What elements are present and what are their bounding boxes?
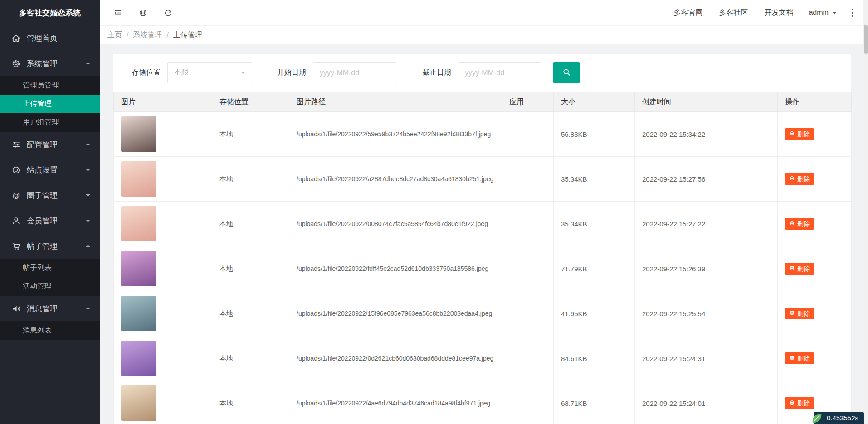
sidebar-item-posts[interactable]: 帖子管理	[0, 233, 100, 259]
cell-path: /uploads/1/file/20220922/fdff45e2cad52d6…	[289, 246, 502, 291]
chevron-up-icon	[86, 242, 90, 247]
cell-created: 2022-09-22 15:26:39	[635, 246, 778, 291]
cell-storage: 本地	[212, 336, 289, 381]
uploads-card: 存储位置 不限 开始日期 截止日期	[113, 54, 851, 424]
sidebar-item-label: 站点设置	[27, 165, 86, 175]
upload-thumbnail[interactable]	[121, 116, 156, 152]
scrollbar-thumb[interactable]	[864, 25, 868, 54]
upload-thumbnail[interactable]	[121, 341, 156, 376]
table-header-row: 图片存储位置图片路径应用大小创建时间操作	[114, 92, 852, 112]
start-date-input[interactable]	[313, 62, 396, 83]
sidebar-item-label: 系统管理	[27, 58, 86, 69]
chevron-up-icon	[86, 60, 90, 64]
delete-button-label: 删除	[797, 175, 810, 183]
delete-button[interactable]: 删除	[785, 352, 814, 364]
upload-thumbnail[interactable]	[121, 296, 156, 331]
cell-storage: 本地	[212, 157, 289, 202]
sidebar-submenu: 消息列表	[0, 321, 100, 340]
sidebar-item-uploads[interactable]: 上传管理	[0, 95, 100, 113]
filter-bar: 存储位置 不限 开始日期 截止日期	[113, 62, 851, 92]
gear-icon	[11, 59, 21, 68]
topbar-link[interactable]: 多客官网	[665, 9, 711, 16]
cell-created: 2022-09-22 15:25:54	[635, 291, 778, 336]
table-row: 本地/uploads/1/file/20220922/4ae6d794db4d3…	[114, 381, 852, 424]
cell-path: /uploads/1/file/20220922/15f96e085e7963e…	[289, 291, 502, 336]
delete-button-label: 删除	[797, 130, 810, 138]
table-row: 本地/uploads/1/file/20220922/59e59b3724b5e…	[114, 112, 852, 157]
cart-icon	[11, 241, 21, 251]
cell-storage: 本地	[212, 202, 289, 246]
cell-storage: 本地	[212, 246, 289, 291]
table-row: 本地/uploads/1/file/20220922/15f96e085e796…	[114, 291, 852, 336]
delete-button[interactable]: 删除	[785, 128, 814, 140]
sidebar-submenu: 管理员管理上传管理用户组管理	[0, 76, 100, 132]
sidebar-item-usergroups[interactable]: 用户组管理	[0, 113, 100, 132]
sidebar-item-message-list[interactable]: 消息列表	[0, 321, 100, 340]
sidebar: 多客社交婚恋系统 管理首页系统管理管理员管理上传管理用户组管理配置管理站点设置@…	[0, 0, 100, 424]
cell-size: 68.71KB	[554, 381, 635, 424]
delete-button[interactable]: 删除	[785, 308, 814, 319]
column-header: 图片路径	[289, 92, 502, 112]
timer-value: 0.453552s	[827, 414, 858, 422]
user-menu[interactable]: admin	[801, 9, 844, 17]
topbar-link[interactable]: 开发文档	[756, 9, 801, 16]
sidebar-submenu: 帖子列表活动管理	[0, 259, 100, 296]
delete-button[interactable]: 删除	[785, 397, 814, 409]
at-icon: @	[11, 191, 21, 200]
breadcrumb-item: 上传管理	[173, 30, 202, 40]
more-menu-icon[interactable]	[844, 0, 861, 25]
sidebar-item-admins[interactable]: 管理员管理	[0, 76, 100, 95]
cell-app	[502, 157, 554, 202]
storage-select[interactable]: 不限	[167, 62, 252, 83]
user-icon	[11, 216, 21, 226]
delete-button[interactable]: 删除	[785, 218, 814, 230]
page-timer-badge[interactable]: 0.453552s	[814, 412, 864, 424]
topbar: 多客官网多客社区开发文档 admin	[100, 0, 863, 25]
upload-thumbnail[interactable]	[121, 251, 156, 286]
sidebar-item-system[interactable]: 系统管理	[0, 51, 100, 76]
sidebar-item-messages[interactable]: 消息管理	[0, 296, 100, 321]
trash-icon	[789, 354, 795, 362]
breadcrumb-item: 系统管理	[133, 30, 162, 40]
sidebar-item-home[interactable]: 管理首页	[0, 25, 100, 51]
delete-button-label: 删除	[797, 309, 810, 318]
sidebar-menu: 管理首页系统管理管理员管理上传管理用户组管理配置管理站点设置@圈子管理会员管理帖…	[0, 25, 100, 340]
sidebar-item-label: 帖子管理	[27, 241, 86, 251]
chevron-up-icon	[86, 305, 90, 309]
sidebar-item-site[interactable]: 站点设置	[0, 157, 100, 183]
upload-thumbnail[interactable]	[121, 206, 156, 241]
sidebar-item-label: 管理首页	[27, 33, 90, 43]
sidebar-item-activities[interactable]: 活动管理	[0, 277, 100, 296]
sidebar-item-post-list[interactable]: 帖子列表	[0, 259, 100, 277]
cell-path: /uploads/1/file/20220922/a2887dbee8dc27a…	[289, 157, 502, 202]
breadcrumb-separator: /	[127, 31, 128, 39]
end-date-input[interactable]	[458, 62, 541, 83]
trash-icon	[789, 175, 795, 183]
delete-button[interactable]: 删除	[785, 173, 814, 185]
trash-icon	[789, 130, 795, 138]
site-icon	[11, 165, 21, 175]
refresh-icon[interactable]	[156, 0, 180, 25]
cell-created: 2022-09-22 15:27:56	[635, 157, 778, 202]
breadcrumb: 主页/系统管理/上传管理	[100, 25, 863, 44]
cell-size: 41.95KB	[554, 291, 635, 336]
delete-button[interactable]: 删除	[785, 263, 814, 275]
globe-icon[interactable]	[131, 0, 156, 25]
search-button[interactable]	[553, 62, 580, 83]
topbar-link[interactable]: 多客社区	[711, 9, 756, 16]
sidebar-item-members[interactable]: 会员管理	[0, 208, 100, 233]
sidebar-item-label: 配置管理	[27, 140, 86, 150]
sidebar-item-circles[interactable]: @圈子管理	[0, 183, 100, 208]
column-header: 操作	[778, 92, 852, 112]
start-date-label: 开始日期	[277, 68, 306, 77]
topbar-right: 多客官网多客社区开发文档 admin	[665, 0, 863, 25]
upload-thumbnail[interactable]	[121, 161, 156, 197]
scrollbar[interactable]	[863, 0, 868, 424]
cell-storage: 本地	[212, 381, 289, 424]
cell-created: 2022-09-22 15:24:01	[635, 381, 778, 424]
svg-text:@: @	[13, 191, 20, 199]
sidebar-item-config[interactable]: 配置管理	[0, 132, 100, 157]
upload-thumbnail[interactable]	[121, 385, 156, 421]
breadcrumb-item[interactable]: 主页	[107, 30, 122, 40]
collapse-menu-icon[interactable]	[106, 0, 131, 25]
